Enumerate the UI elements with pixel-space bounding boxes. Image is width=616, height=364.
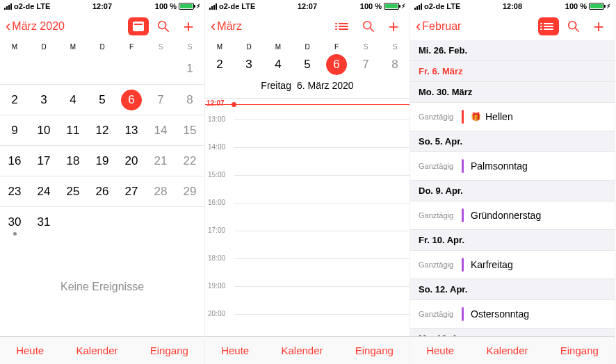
day-cell[interactable]: 26 [88, 176, 117, 206]
day-cell[interactable]: 1 [175, 53, 204, 84]
hour-row[interactable]: 14:00 [234, 147, 410, 175]
bottom-bar: Heute Kalender Eingang [205, 336, 410, 364]
day-cell[interactable]: 5 [88, 85, 117, 115]
carrier: o2-de [219, 2, 239, 10]
svg-line-1 [165, 28, 169, 32]
day-cell[interactable]: 18 [58, 146, 88, 176]
hour-row[interactable]: 19:00 [234, 286, 410, 314]
view-toggle-button[interactable] [128, 17, 149, 35]
day-cell[interactable]: 24 [29, 176, 58, 206]
week-day-cell[interactable]: 5 [293, 58, 322, 72]
search-button[interactable] [358, 17, 379, 35]
hour-row[interactable]: 15:00 [234, 175, 410, 203]
day-cell[interactable]: 14 [146, 115, 175, 145]
day-cell[interactable]: 9 [0, 115, 29, 145]
event-row[interactable]: GanztägigOstersonntag [410, 300, 615, 329]
status-bar: o2-deLTE 12:08 100 %⚡︎ [410, 0, 615, 13]
day-cell[interactable]: 12 [88, 115, 117, 145]
event-row[interactable]: GanztägigPalmsonntag [410, 152, 615, 181]
day-cell[interactable]: 11 [58, 115, 88, 145]
back-label: März [217, 20, 242, 33]
month-row: 3031 [0, 206, 204, 237]
hour-row[interactable]: 18:00 [234, 258, 410, 286]
day-cell[interactable]: 31 [29, 207, 58, 237]
day-cell[interactable]: 21 [146, 146, 175, 176]
search-button[interactable] [563, 17, 584, 35]
battery-icon [384, 3, 399, 10]
hour-row[interactable]: 17:00 [234, 231, 410, 258]
day-cell[interactable]: 30 [0, 207, 29, 237]
day-cell[interactable]: 16 [0, 146, 29, 176]
list-toggle-button[interactable] [538, 17, 559, 35]
day-cell[interactable]: 20 [117, 146, 146, 176]
calendars-button[interactable]: Kalender [486, 345, 528, 356]
week-day-cell[interactable]: 2 [205, 58, 234, 72]
list-toggle-button[interactable] [333, 17, 354, 35]
today-button[interactable]: Heute [221, 345, 249, 356]
day-cell[interactable]: 28 [146, 176, 175, 206]
signal-icon [4, 3, 12, 10]
today-button[interactable]: Heute [426, 345, 454, 356]
battery-pct: 100 % [155, 2, 177, 10]
month-grid: 1234567891011121314151617181920212223242… [0, 53, 204, 237]
day-cell[interactable]: 7 [146, 85, 175, 115]
hour-row[interactable]: 20:00 [234, 314, 410, 336]
back-button[interactable]: ‹Februar [416, 17, 461, 35]
week-day-cell[interactable]: 3 [234, 58, 264, 72]
add-button[interactable]: + [383, 17, 404, 35]
day-cell [146, 207, 175, 237]
chevron-left-icon: ‹ [6, 17, 10, 35]
add-button[interactable]: + [178, 17, 199, 35]
hour-label: 17:00 [208, 226, 225, 234]
inbox-button[interactable]: Eingang [150, 345, 188, 356]
month-view-panel: o2-deLTE 12:07 100 %⚡︎ ‹März 2020 + MDMD… [0, 0, 205, 364]
day-cell[interactable]: 25 [58, 176, 88, 206]
calendars-button[interactable]: Kalender [281, 345, 323, 356]
charging-icon: ⚡︎ [196, 3, 200, 10]
weekday-label: S [175, 43, 204, 51]
week-day-cell[interactable]: 7 [351, 58, 380, 72]
day-cell[interactable]: 23 [0, 176, 29, 206]
list-date-header: Mo. 30. März [410, 82, 615, 103]
add-button[interactable]: + [588, 17, 609, 35]
inbox-button[interactable]: Eingang [355, 345, 394, 356]
day-cell[interactable]: 6 [117, 85, 146, 115]
event-list[interactable]: Mi. 26. Feb.Fr. 6. MärzMo. 30. MärzGanzt… [410, 40, 615, 336]
day-cell[interactable]: 4 [58, 85, 88, 115]
back-button[interactable]: ‹März [211, 17, 242, 35]
hour-grid[interactable]: 12:0713:0014:0015:0016:0017:0018:0019:00… [205, 99, 410, 336]
week-day-cell[interactable]: 6 [322, 58, 351, 72]
weekday-label: F [117, 43, 146, 51]
event-row[interactable]: Ganztägig🎁Hellen [410, 103, 615, 131]
carrier: o2-de [424, 2, 444, 10]
search-button[interactable] [153, 17, 174, 35]
day-cell [175, 207, 204, 237]
event-color-bar [462, 110, 464, 124]
week-day-cell[interactable]: 8 [380, 58, 410, 72]
day-cell[interactable]: 15 [175, 115, 204, 145]
day-cell[interactable]: 17 [29, 146, 58, 176]
event-row[interactable]: GanztägigGründonnerstag [410, 201, 615, 230]
calendars-button[interactable]: Kalender [76, 345, 117, 356]
day-cell[interactable]: 27 [117, 176, 146, 206]
day-cell[interactable]: 2 [0, 85, 29, 115]
day-cell[interactable]: 29 [175, 176, 204, 206]
back-button[interactable]: ‹März 2020 [6, 17, 65, 35]
day-cell[interactable]: 8 [175, 85, 204, 115]
day-cell[interactable]: 3 [29, 85, 58, 115]
event-color-bar [462, 307, 464, 321]
back-label: März 2020 [12, 20, 65, 33]
hour-row[interactable]: 13:00 [234, 119, 410, 147]
day-view-icon [133, 22, 144, 31]
day-cell[interactable]: 13 [117, 115, 146, 145]
week-day-cell[interactable]: 4 [264, 58, 293, 72]
day-cell[interactable]: 19 [88, 146, 117, 176]
day-cell[interactable]: 10 [29, 115, 58, 145]
hour-row[interactable]: 16:00 [234, 203, 410, 231]
day-cell[interactable]: 22 [175, 146, 204, 176]
today-button[interactable]: Heute [16, 345, 44, 356]
event-row[interactable]: GanztägigKarfreitag [410, 251, 615, 279]
inbox-button[interactable]: Eingang [560, 345, 599, 356]
weekday-label: M [205, 43, 234, 51]
battery-pct: 100 % [360, 2, 382, 10]
